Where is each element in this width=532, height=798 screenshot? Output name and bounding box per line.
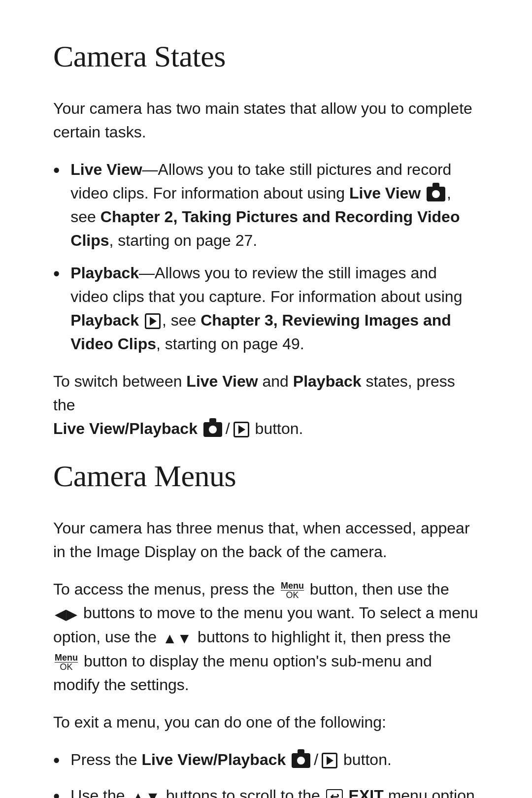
camera-icon xyxy=(427,187,445,201)
exit-icon: ↩ xyxy=(326,789,343,798)
play-icon xyxy=(145,313,161,329)
bullet-live-view: Live View—Allows you to take still pictu… xyxy=(53,158,479,252)
play-icon-2 xyxy=(233,422,249,437)
exit-bullets: Press the Live View/Playback / button. U… xyxy=(53,748,479,798)
left-right-icon: ◀▶ xyxy=(55,603,77,625)
section2-title: Camera Menus xyxy=(53,454,479,499)
section2-intro: Your camera has three menus that, when a… xyxy=(53,516,479,564)
bullet-playback: Playback—Allows you to review the still … xyxy=(53,261,479,356)
camera-icon-2 xyxy=(203,422,222,437)
exit-bullet-1: Press the Live View/Playback / button. xyxy=(53,748,479,775)
menu-ok-icon: Menu OK xyxy=(281,581,304,599)
access-menus-text: To access the menus, press the Menu OK b… xyxy=(53,577,479,697)
live-view-term: Live View xyxy=(70,161,142,178)
exit-bullet-2: Use the ▲▼ buttons to scroll to the ↩ EX… xyxy=(53,784,479,798)
section1-intro: Your camera has two main states that all… xyxy=(53,97,479,144)
camera-icon-3 xyxy=(292,753,310,768)
section1-bullets: Live View—Allows you to take still pictu… xyxy=(53,158,479,356)
section1-title: Camera States xyxy=(53,34,479,79)
up-down-icon-2: ▲▼ xyxy=(131,786,160,798)
menu-ok-icon-2: Menu OK xyxy=(55,653,78,671)
exit-intro: To exit a menu, you can do one of the fo… xyxy=(53,710,479,734)
switch-text: To switch between Live View and Playback… xyxy=(53,369,479,440)
up-down-icon: ▲▼ xyxy=(163,627,192,649)
play-icon-3 xyxy=(322,753,337,768)
playback-term: Playback xyxy=(70,264,139,282)
